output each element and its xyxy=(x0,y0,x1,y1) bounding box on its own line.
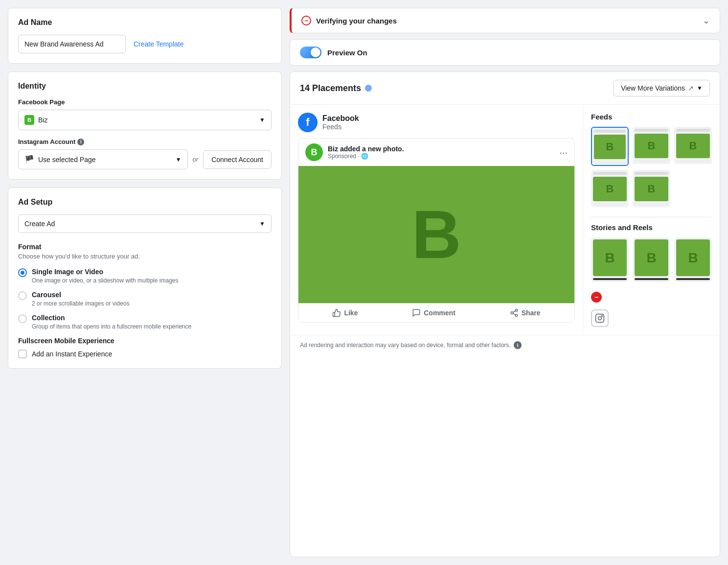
svg-line-3 xyxy=(513,313,515,315)
feeds-thumb-grid: B B xyxy=(591,127,712,207)
svg-point-7 xyxy=(602,316,603,317)
stories-thumb-grid: B B xyxy=(591,237,712,282)
share-label: Share xyxy=(522,309,541,317)
fb-feeds-header: f Facebook Feeds xyxy=(298,113,575,132)
carousel-label: Carousel xyxy=(32,291,61,299)
ad-card-header: B Biz added a new photo. Sponsored · 🌐 ·… xyxy=(298,139,574,166)
ad-sponsored: Sponsored · 🌐 xyxy=(328,153,404,160)
thumbnails-panel: Feeds B xyxy=(583,105,720,335)
share-button[interactable]: Share xyxy=(510,308,541,317)
footer-note-text: Ad rendering and interaction may vary ba… xyxy=(300,342,511,349)
feed-thumb-4[interactable]: B xyxy=(591,170,629,207)
feed-thumb-2[interactable]: B xyxy=(633,127,670,166)
placements-panel: 14 Placements View More Variations ↗ ▼ xyxy=(290,71,720,557)
ad-name-input[interactable] xyxy=(18,35,126,53)
svg-point-2 xyxy=(515,314,518,317)
carousel-sublabel: 2 or more scrollable images or videos xyxy=(32,300,272,307)
verifying-chevron[interactable]: ⌄ xyxy=(703,15,710,26)
external-link-icon: ↗ xyxy=(688,84,694,92)
format-collection[interactable]: Collection Group of items that opens int… xyxy=(18,314,272,330)
identity-card: Identity Facebook Page B Biz ▼ Instagram… xyxy=(8,71,282,180)
ad-brand-letter: B xyxy=(411,195,461,274)
placements-body: f Facebook Feeds B Biz added a ne xyxy=(290,105,720,335)
placements-title: 14 Placements xyxy=(300,83,361,94)
create-ad-label: Create Ad xyxy=(24,220,55,228)
format-title: Format xyxy=(18,243,272,251)
blue-dot-icon xyxy=(365,85,372,92)
facebook-page-select[interactable]: B Biz ▼ xyxy=(18,110,272,130)
create-ad-chevron: ▼ xyxy=(259,220,265,227)
verifying-icon: − xyxy=(301,16,311,25)
collection-label: Collection xyxy=(32,314,65,322)
svg-rect-5 xyxy=(596,314,604,323)
red-minus-icon: − xyxy=(591,292,602,303)
feed-thumb-5[interactable]: B xyxy=(633,170,670,207)
ad-avatar: B xyxy=(305,143,323,161)
platform-name: Facebook xyxy=(322,114,359,123)
svg-point-0 xyxy=(515,309,518,312)
placement-type: Feeds xyxy=(322,123,359,131)
like-label: Like xyxy=(344,309,358,317)
preview-bar: Preview On xyxy=(290,39,720,66)
divider-1 xyxy=(591,217,712,217)
preview-label: Preview On xyxy=(327,48,367,57)
toggle-thumb xyxy=(311,47,320,57)
footer-info-icon: i xyxy=(514,341,522,349)
format-single-image[interactable]: Single Image or Video One image or video… xyxy=(18,268,272,284)
ad-more-options[interactable]: ··· xyxy=(559,147,568,158)
svg-point-1 xyxy=(511,312,513,314)
ad-setup-card: Ad Setup Create Ad ▼ Format Choose how y… xyxy=(8,188,282,369)
fb-page-icon: B xyxy=(24,115,34,125)
instagram-icon-wrapper xyxy=(591,309,712,327)
view-more-label: View More Variations xyxy=(621,84,685,92)
instagram-account-label: Instagram Account i xyxy=(18,138,272,145)
format-carousel[interactable]: Carousel 2 or more scrollable images or … xyxy=(18,291,272,307)
create-ad-select[interactable]: Create Ad ▼ xyxy=(18,214,272,233)
facebook-page-value: Biz xyxy=(38,116,47,124)
ad-name-title: Ad Name xyxy=(18,18,272,27)
svg-line-4 xyxy=(513,311,515,312)
preview-toggle[interactable] xyxy=(300,47,321,58)
fullscreen-title: Fullscreen Mobile Experience xyxy=(18,337,272,345)
format-desc: Choose how you'd like to structure your … xyxy=(18,253,272,260)
instagram-unavailable-row: − xyxy=(591,292,712,306)
radio-single-image[interactable] xyxy=(18,268,27,277)
ad-actions-bar: Like Comment Share xyxy=(298,303,574,322)
ad-setup-title: Ad Setup xyxy=(18,198,272,207)
instant-experience-checkbox[interactable] xyxy=(18,350,27,358)
radio-carousel[interactable] xyxy=(18,291,27,300)
feed-thumb-1[interactable]: B xyxy=(591,127,629,166)
comment-label: Comment xyxy=(424,309,455,317)
instagram-thumb-icon xyxy=(591,309,609,327)
like-button[interactable]: Like xyxy=(332,308,358,317)
info-icon: i xyxy=(77,139,84,145)
ad-preview-area: f Facebook Feeds B Biz added a ne xyxy=(290,105,583,335)
identity-title: Identity xyxy=(18,82,272,91)
verifying-bar: − Verifying your changes ⌄ xyxy=(290,8,720,33)
use-selected-page-label: Use selected Page xyxy=(38,156,96,164)
view-more-btn-group[interactable]: View More Variations ↗ ▼ xyxy=(614,80,710,96)
stories-thumb-3[interactable]: B xyxy=(674,237,712,282)
single-image-label: Single Image or Video xyxy=(32,268,103,276)
connect-account-button[interactable]: Connect Account xyxy=(203,150,272,169)
view-more-button[interactable]: View More Variations ↗ ▼ xyxy=(614,80,710,96)
radio-collection[interactable] xyxy=(18,314,27,323)
facebook-page-label: Facebook Page xyxy=(18,98,272,106)
ad-image: B xyxy=(298,166,574,303)
footer-note: Ad rendering and interaction may vary ba… xyxy=(290,335,720,355)
toggle-track xyxy=(300,47,321,58)
stories-thumb-1[interactable]: B xyxy=(591,237,629,282)
feed-thumb-3[interactable]: B xyxy=(674,127,712,166)
stories-section-title: Stories and Reels xyxy=(591,223,712,232)
comment-icon xyxy=(412,308,421,317)
stories-thumb-2[interactable]: B xyxy=(633,237,670,282)
ad-biz-caption: Biz added a new photo. xyxy=(328,145,404,153)
instagram-select-chevron: ▼ xyxy=(176,156,182,163)
ad-name-card: Ad Name Create Template xyxy=(8,8,282,64)
instant-experience-row[interactable]: Add an Instant Experience xyxy=(18,350,272,358)
instant-experience-label: Add an Instant Experience xyxy=(32,350,112,358)
comment-button[interactable]: Comment xyxy=(412,308,455,317)
instagram-account-select[interactable]: 🏴 Use selected Page ▼ xyxy=(18,149,188,169)
facebook-page-chevron: ▼ xyxy=(259,117,265,123)
create-template-button[interactable]: Create Template xyxy=(134,40,183,48)
